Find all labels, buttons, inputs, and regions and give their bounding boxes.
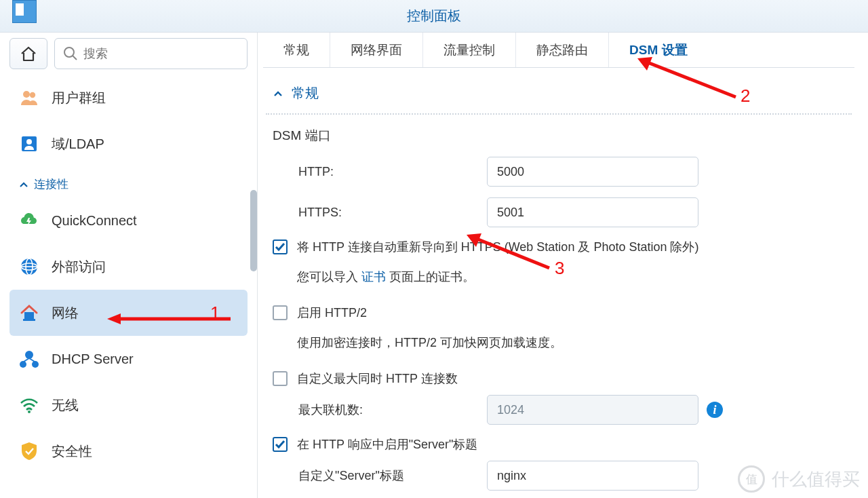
sidebar-item-label: QuickConnect [52,213,137,229]
redirect-https-checkbox[interactable] [273,240,288,254]
tab-interface[interactable]: 网络界面 [330,33,423,67]
annotation-label-2: 2 [741,85,750,107]
network-house-icon [19,303,39,323]
home-button[interactable] [9,38,47,69]
https-label: HTTPS: [273,206,487,220]
app-icon [12,0,37,23]
sidebar-item-ldap[interactable]: 域/LDAP [0,121,257,167]
annotation-label-3: 3 [555,258,564,279]
users-icon [19,88,39,108]
cloud-bolt-icon [19,210,39,231]
svg-rect-11 [23,319,35,321]
svg-line-15 [24,358,29,362]
scrollbar-thumb[interactable] [250,190,257,271]
sidebar-item-quickconnect[interactable]: QuickConnect [0,197,257,244]
svg-line-1 [73,56,77,60]
watermark-text: 什么值得买 [772,467,860,491]
chevron-up-icon [19,181,28,188]
server-custom-label: 自定义"Server"标题 [273,467,487,484]
sidebar: 用户群组 域/LDAP 连接性 QuickConnect [0,33,258,498]
search-box[interactable] [54,38,248,69]
tab-general[interactable]: 常规 [263,33,330,67]
sidebar-item-label: 网络 [52,304,79,322]
redirect-https-label: 将 HTTP 连接自动重新导向到 HTTPS (Web Station 及 Ph… [297,238,698,256]
sidebar-item-external-access[interactable]: 外部访问 [0,244,257,290]
watermark-badge: 值 [738,465,765,493]
wifi-icon [19,395,39,415]
dhcp-icon [19,349,39,369]
svg-point-3 [30,92,35,98]
chevron-up-icon [273,90,283,98]
http-port-input[interactable] [487,157,698,187]
tab-bar: 常规 网络界面 流量控制 静态路由 DSM 设置 [263,33,854,68]
section-title: 常规 [292,84,319,102]
sidebar-item-label: 无线 [52,396,79,415]
search-input[interactable] [83,47,239,61]
title-bar: 控制面板 [0,0,868,33]
sidebar-item-label: 用户群组 [52,89,106,107]
svg-point-13 [20,361,26,368]
maxconn-checkbox[interactable] [273,371,288,386]
svg-point-5 [26,139,32,145]
svg-rect-10 [24,312,34,319]
shield-icon [19,441,39,461]
home-icon [20,45,37,62]
sidebar-group-label: 连接性 [34,176,68,192]
window-title: 控制面板 [407,7,461,25]
cert-link[interactable]: 证书 [361,270,386,284]
sidebar-item-dhcp[interactable]: DHCP Server [0,336,257,382]
http2-label: 启用 HTTP/2 [297,304,367,322]
section-divider [266,113,852,115]
server-header-checkbox[interactable] [273,437,288,452]
http2-help-text: 使用加密连接时，HTTP/2 可加快网页加载速度。 [273,329,845,363]
sidebar-item-label: 外部访问 [52,258,106,276]
sidebar-item-security[interactable]: 安全性 [0,428,257,474]
sidebar-group-connectivity[interactable]: 连接性 [0,167,257,197]
server-header-input[interactable] [487,461,698,491]
section-header[interactable]: 常规 [263,68,854,113]
svg-point-14 [32,361,39,368]
svg-point-0 [64,47,74,57]
server-header-label: 在 HTTP 响应中启用"Server"标题 [297,436,477,454]
dsm-port-heading: DSM 端口 [273,127,845,157]
maxconn-label: 自定义最大同时 HTTP 连接数 [297,370,458,388]
sidebar-item-wireless[interactable]: 无线 [0,382,257,428]
maxconn-field-label: 最大联机数: [273,402,487,418]
svg-point-12 [25,351,33,359]
tab-dsm-settings[interactable]: DSM 设置 [609,33,708,67]
globe-icon [19,256,39,277]
info-icon[interactable]: i [707,402,723,418]
tab-traffic[interactable]: 流量控制 [423,33,516,67]
search-icon [63,46,78,61]
sidebar-item-label: 域/LDAP [52,135,104,153]
addressbook-icon [19,134,39,154]
maxconn-input [487,395,698,425]
tab-static-route[interactable]: 静态路由 [516,33,609,67]
https-port-input[interactable] [487,197,698,227]
svg-point-17 [28,410,31,413]
sidebar-item-usergroups[interactable]: 用户群组 [0,75,257,121]
sidebar-item-label: DHCP Server [52,351,134,367]
annotation-label-1: 1 [210,303,220,324]
svg-line-16 [29,358,35,362]
http2-checkbox[interactable] [273,305,288,320]
svg-point-2 [23,91,30,98]
sidebar-item-label: 安全性 [52,442,92,461]
watermark: 值 什么值得买 [738,465,860,493]
http-label: HTTP: [273,165,487,179]
